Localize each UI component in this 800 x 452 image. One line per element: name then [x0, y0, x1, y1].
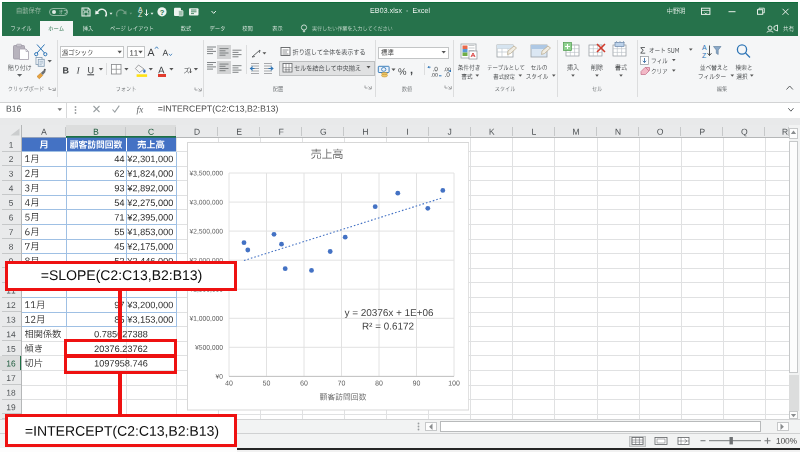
svg-text:A: A [702, 44, 707, 51]
svg-text:Z: Z [702, 52, 707, 59]
svg-text:?: ? [160, 8, 165, 17]
svg-text:Z: Z [138, 11, 142, 18]
